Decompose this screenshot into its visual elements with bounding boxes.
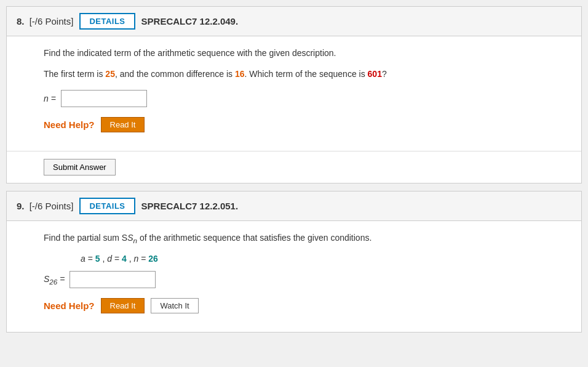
cond-n-label: n — [133, 254, 138, 264]
problem-8-number: 8. [-/6 Points] — [17, 16, 73, 26]
problem-9-need-help-label: Need Help? — [44, 300, 95, 311]
problem-8-details-button[interactable]: DETAILS — [79, 13, 135, 30]
problem-9-number: 9. [-/6 Points] — [17, 201, 73, 211]
problem-9-answer-input[interactable] — [70, 271, 156, 288]
problem-9-num-text: 9. — [17, 201, 25, 211]
problem-9-code: SPRECALC7 12.2.051. — [141, 201, 239, 211]
first-term-value: 25 — [105, 69, 115, 79]
problem-9-sn: Sn — [127, 233, 137, 243]
cond-d-label: d — [107, 254, 112, 264]
problem-9-header: 9. [-/6 Points] DETAILS SPRECALC7 12.2.0… — [7, 192, 581, 221]
problem-8-input-row: n = — [44, 90, 544, 107]
cond-eq1: = — [88, 254, 95, 264]
cond-eq2: = — [114, 254, 122, 264]
problem-8-code: SPRECALC7 12.2.049. — [141, 16, 239, 26]
problem-9-desc2: of the arithmetic sequence that satisfie… — [137, 233, 371, 243]
problem-9-read-it-button[interactable]: Read It — [101, 298, 145, 313]
problem-9-block: 9. [-/6 Points] DETAILS SPRECALC7 12.2.0… — [6, 191, 582, 333]
cond-a-value: 5 — [95, 254, 100, 264]
problem-8-num-text: 8. — [17, 16, 25, 26]
problem-8-input-label: n = — [44, 94, 56, 103]
s26-eq: = — [57, 274, 65, 284]
eq-end: ? — [382, 69, 387, 79]
problem-9-input-row: S26 = — [44, 271, 544, 288]
problem-9-watch-it-button[interactable]: Watch It — [151, 298, 198, 313]
problem-8-equation-line: The first term is 25, and the common dif… — [44, 67, 544, 81]
cond-a-label: a — [81, 254, 85, 264]
eq-prefix: The first term is — [44, 69, 105, 79]
problem-8-body: Find the indicated term of the arithmeti… — [7, 36, 581, 151]
target-value: 601 — [368, 69, 382, 79]
problem-8-need-help-label: Need Help? — [44, 119, 95, 130]
problem-9-body: Find the partial sum SSn of the arithmet… — [7, 221, 581, 332]
problem-9-conditions: a = 5 , d = 4 , n = 26 — [81, 254, 544, 264]
problem-9-details-button[interactable]: DETAILS — [79, 198, 135, 214]
problem-8-points: [-/6 Points] — [30, 16, 74, 26]
cond-n-value: 26 — [148, 254, 158, 264]
problem-8-header: 8. [-/6 Points] DETAILS SPRECALC7 12.2.0… — [7, 7, 581, 36]
problem-9-desc-text: Find the partial sum S — [44, 233, 127, 243]
problem-9-need-help-row: Need Help? Read It Watch It — [44, 298, 544, 313]
eq-middle: , and the common difference is — [115, 69, 235, 79]
cond-d-value: 4 — [122, 254, 127, 264]
common-diff-value: 16 — [235, 69, 245, 79]
page-wrapper: 8. [-/6 Points] DETAILS SPRECALC7 12.2.0… — [0, 0, 588, 367]
problem-8-submit-row: Submit Answer — [7, 151, 581, 183]
cond-eq3: = — [141, 254, 148, 264]
problem-9-s26-label: S26 = — [44, 274, 65, 286]
problem-8-description: Find the indicated term of the arithmeti… — [44, 46, 544, 60]
eq-suffix: . Which term of the sequence is — [245, 69, 368, 79]
problem-8-submit-button[interactable]: Submit Answer — [44, 159, 116, 175]
problem-8-read-it-button[interactable]: Read It — [101, 117, 145, 132]
problem-8-need-help-row: Need Help? Read It — [44, 117, 544, 132]
problem-8-answer-input[interactable] — [61, 90, 147, 107]
problem-9-description: Find the partial sum SSn of the arithmet… — [44, 231, 544, 246]
problem-8-desc-text: Find the indicated term of the arithmeti… — [44, 48, 336, 58]
s26-sub: 26 — [49, 278, 57, 286]
problem-8-block: 8. [-/6 Points] DETAILS SPRECALC7 12.2.0… — [6, 6, 582, 184]
problem-9-points: [-/6 Points] — [30, 201, 74, 211]
